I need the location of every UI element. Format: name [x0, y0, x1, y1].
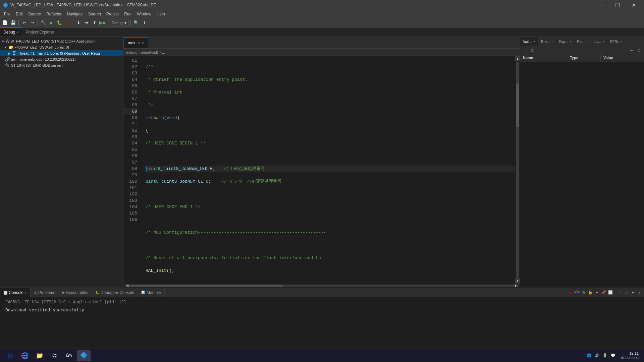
horizontal-scrollbar[interactable]: ◀ ▶: [123, 284, 520, 288]
pin-btn[interactable]: 📌: [601, 290, 607, 296]
clear-console-btn[interactable]: 🗑: [581, 290, 587, 296]
toolbar-build[interactable]: 🔨: [40, 19, 47, 26]
taskbar-clock[interactable]: 12:11 2023/03/06: [618, 351, 641, 360]
clock-time: 12:11: [620, 351, 639, 356]
toolbar-redo[interactable]: ↪: [29, 19, 36, 26]
new-console-btn[interactable]: +: [637, 290, 643, 296]
toolbar-resume[interactable]: ▶▶: [99, 19, 106, 26]
toolbar-stop[interactable]: ■: [64, 19, 71, 26]
toolbar-sep-3: [73, 20, 73, 26]
tree-root[interactable]: ▼ W W_F405VG_LED_USW (STM32 C/C++ Applic…: [0, 38, 123, 44]
tree-thread[interactable]: ▶ 🧵 Thread #1 [main] 1 [core: 0] (Runnin…: [0, 50, 123, 56]
editor-tab-close[interactable]: ×: [142, 41, 144, 45]
collapse-btn[interactable]: ▭: [522, 47, 529, 54]
toolbar-step-in[interactable]: ⬇: [75, 19, 82, 26]
project-explorer-tab[interactable]: Project Explorer: [22, 27, 58, 37]
toolbar-debug[interactable]: 🐛: [56, 19, 63, 26]
right-panel-maximize[interactable]: □: [635, 47, 643, 54]
ide-button[interactable]: 🔷: [77, 350, 91, 361]
minimize-button[interactable]: ─: [594, 0, 609, 10]
menu-source[interactable]: Source: [25, 10, 44, 18]
toolbar-undo[interactable]: ↩: [20, 19, 28, 26]
toolbar-run[interactable]: ▶: [48, 19, 55, 26]
bottom-tab-console[interactable]: ⬜ Console ×: [0, 288, 31, 297]
bottom-tab-debugger-console[interactable]: 🐛 Debugger Console: [92, 288, 138, 297]
code-editor[interactable]: 81 82 83 84 85 86 87 88 89 90 91 92 93 9…: [123, 56, 520, 284]
maximize-button[interactable]: ☐: [610, 0, 625, 10]
app-icon: 🔷: [3, 2, 8, 8]
vertical-scrollbar[interactable]: ▲ ▼: [515, 56, 520, 284]
hscroll-thumb[interactable]: [130, 285, 283, 287]
right-tab-breakpoints-close[interactable]: ×: [551, 40, 553, 43]
code-line-92: /* USER CODE END 1 */: [146, 204, 515, 210]
tree-elf[interactable]: ▼ 📁 F405VG_LED_USW.elf [cores: 0]: [0, 44, 123, 50]
right-tab-expressions-close[interactable]: ×: [570, 40, 571, 43]
right-tab-sfrs[interactable]: SFRs ×: [607, 37, 625, 46]
menu-project[interactable]: Project: [104, 10, 121, 18]
bottom-tab-console-close[interactable]: ×: [25, 291, 27, 295]
expand-btn[interactable]: □: [529, 47, 536, 54]
tree-gdb[interactable]: 🔗 arm-none-eabi-gdb (10.2.90.20210621): [0, 56, 123, 62]
debug-tab[interactable]: Debug ×: [0, 27, 22, 37]
word-wrap-btn[interactable]: ↵: [594, 290, 600, 296]
menu-run[interactable]: Run: [121, 10, 134, 18]
stop-btn[interactable]: ■: [567, 290, 573, 296]
toolbar-new[interactable]: 📄: [1, 19, 9, 26]
menu-window[interactable]: Window: [134, 10, 154, 18]
files-button[interactable]: 🗂: [48, 350, 61, 361]
bottom-tabbar: ⬜ Console × ⚠ Problems ▶ Executables 🐛 D…: [0, 288, 644, 297]
debug-tab-close[interactable]: ×: [16, 31, 18, 34]
perspective-dropdown[interactable]: Debug▼: [110, 19, 129, 26]
right-panel-minimize[interactable]: ─: [628, 47, 635, 54]
tree-label-stlink: ST-LINK (ST-LINK GDB server): [11, 63, 63, 67]
store-button[interactable]: 🛍: [62, 350, 76, 361]
code-line-93: [146, 217, 515, 223]
toolbar-save[interactable]: 💾: [9, 19, 17, 26]
toolbar-step-over[interactable]: ➡: [83, 19, 90, 26]
edge-button[interactable]: 🌐: [18, 350, 32, 361]
right-tab-sfrs-close[interactable]: ×: [621, 40, 622, 43]
right-tab-live[interactable]: Liv... ×: [591, 37, 607, 46]
menu-edit[interactable]: Edit: [13, 10, 25, 18]
open-console-btn[interactable]: ⬜: [607, 290, 613, 296]
right-tab-registers-close[interactable]: ×: [586, 40, 588, 43]
right-tab-registers[interactable]: Re... ×: [574, 37, 591, 46]
code-content[interactable]: /** * @brief The application entry point…: [140, 56, 515, 284]
hscroll-track[interactable]: [130, 285, 513, 287]
debug-tab-label: Debug: [3, 30, 15, 35]
tree-stlink[interactable]: 🔌 ST-LINK (ST-LINK GDB server): [0, 62, 123, 68]
menu-refactor[interactable]: Refactor: [44, 10, 64, 18]
bottom-tab-executables[interactable]: ▶ Executables: [59, 288, 92, 297]
toolbar-step-out[interactable]: ⬆: [91, 19, 98, 26]
toolbar-info[interactable]: ℹ: [141, 19, 148, 26]
right-tab-breakpoints[interactable]: Bre... ×: [538, 37, 556, 46]
editor-tab-main-c[interactable]: main.c ×: [123, 37, 148, 48]
menu-help[interactable]: Help: [154, 10, 168, 18]
view-menu-btn[interactable]: ▼: [630, 290, 636, 296]
code-line-86: {: [146, 127, 515, 134]
right-tab-expressions[interactable]: Exp... ×: [556, 37, 574, 46]
taskbar-notification-icon[interactable]: 💬: [611, 353, 615, 358]
breadcrumb-sep-2: ›: [159, 50, 161, 54]
menu-search[interactable]: Search: [86, 10, 104, 18]
start-button[interactable]: ⊞: [3, 350, 17, 361]
bottom-tab-console-label: Console: [9, 290, 23, 295]
maximize-panel-btn[interactable]: □: [623, 290, 629, 296]
remove-terminate-btn[interactable]: ✕✕: [574, 290, 580, 296]
breadcrumb: main.c › main(void) › ...: [123, 49, 520, 56]
menu-navigate[interactable]: Navigate: [64, 10, 85, 18]
menu-file[interactable]: File: [1, 10, 13, 18]
minimize-panel-btn[interactable]: ─: [616, 290, 623, 296]
right-tab-variables-close[interactable]: ×: [534, 40, 535, 43]
scroll-lock-btn[interactable]: 🔒: [587, 290, 593, 296]
bottom-tab-problems[interactable]: ⚠ Problems: [31, 288, 59, 297]
explorer-button[interactable]: 📁: [33, 350, 46, 361]
close-button[interactable]: ✕: [626, 0, 641, 10]
content-area: ▼ W W_F405VG_LED_USW (STM32 C/C++ Applic…: [0, 37, 644, 288]
bottom-tab-executables-label: Executables: [66, 290, 88, 295]
right-tab-variables[interactable]: Vari... ×: [520, 37, 538, 46]
toolbar-search[interactable]: 🔍: [132, 19, 140, 26]
right-tab-live-close[interactable]: ×: [602, 40, 604, 43]
bottom-tab-memory[interactable]: 📊 Memory: [138, 288, 165, 297]
col-name: Name: [520, 54, 567, 62]
